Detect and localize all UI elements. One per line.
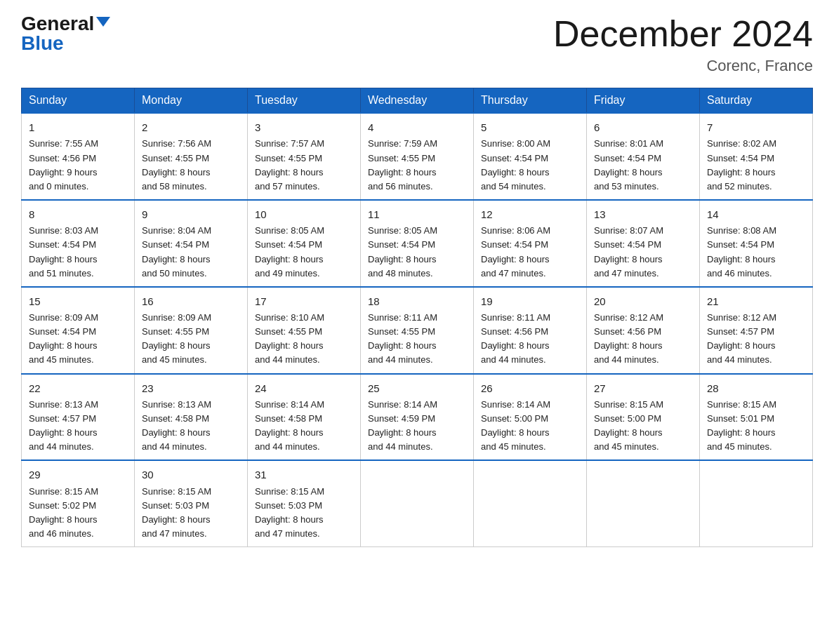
day-number: 22	[29, 380, 127, 396]
calendar-cell	[474, 460, 587, 546]
calendar-week-row: 15Sunrise: 8:09 AMSunset: 4:54 PMDayligh…	[22, 287, 813, 374]
day-number: 30	[142, 467, 240, 483]
calendar-cell	[700, 460, 813, 546]
day-number: 11	[368, 206, 466, 222]
calendar-cell: 14Sunrise: 8:08 AMSunset: 4:54 PMDayligh…	[700, 200, 813, 287]
calendar-cell: 17Sunrise: 8:10 AMSunset: 4:55 PMDayligh…	[248, 287, 361, 374]
day-number: 13	[594, 206, 692, 222]
location-label: Corenc, France	[553, 57, 813, 75]
day-number: 17	[255, 293, 353, 309]
calendar-cell: 9Sunrise: 8:04 AMSunset: 4:54 PMDaylight…	[135, 200, 248, 287]
day-number: 5	[481, 119, 579, 135]
day-number: 27	[594, 380, 692, 396]
day-number: 16	[142, 293, 240, 309]
calendar-cell: 22Sunrise: 8:13 AMSunset: 4:57 PMDayligh…	[22, 374, 135, 461]
weekday-header-tuesday: Tuesday	[248, 88, 361, 114]
calendar-cell: 31Sunrise: 8:15 AMSunset: 5:03 PMDayligh…	[248, 460, 361, 546]
calendar-cell: 6Sunrise: 8:01 AMSunset: 4:54 PMDaylight…	[587, 113, 700, 200]
calendar-cell: 10Sunrise: 8:05 AMSunset: 4:54 PMDayligh…	[248, 200, 361, 287]
calendar-cell: 16Sunrise: 8:09 AMSunset: 4:55 PMDayligh…	[135, 287, 248, 374]
logo: General Blue	[21, 14, 110, 53]
calendar-cell: 27Sunrise: 8:15 AMSunset: 5:00 PMDayligh…	[587, 374, 700, 461]
day-number: 19	[481, 293, 579, 309]
calendar-cell: 1Sunrise: 7:55 AMSunset: 4:56 PMDaylight…	[22, 113, 135, 200]
calendar-cell: 12Sunrise: 8:06 AMSunset: 4:54 PMDayligh…	[474, 200, 587, 287]
calendar-week-row: 29Sunrise: 8:15 AMSunset: 5:02 PMDayligh…	[22, 460, 813, 546]
calendar-cell: 3Sunrise: 7:57 AMSunset: 4:55 PMDaylight…	[248, 113, 361, 200]
day-number: 10	[255, 206, 353, 222]
day-number: 28	[707, 380, 805, 396]
calendar-cell: 18Sunrise: 8:11 AMSunset: 4:55 PMDayligh…	[361, 287, 474, 374]
day-number: 31	[255, 467, 353, 483]
day-number: 9	[142, 206, 240, 222]
day-number: 29	[29, 467, 127, 483]
calendar-cell: 30Sunrise: 8:15 AMSunset: 5:03 PMDayligh…	[135, 460, 248, 546]
day-number: 1	[29, 119, 127, 135]
day-number: 21	[707, 293, 805, 309]
weekday-header-sunday: Sunday	[22, 88, 135, 114]
page-header: General Blue December 2024 Corenc, Franc…	[21, 14, 813, 75]
logo-triangle-icon	[96, 17, 110, 27]
day-number: 6	[594, 119, 692, 135]
calendar-cell	[587, 460, 700, 546]
weekday-header-wednesday: Wednesday	[361, 88, 474, 114]
weekday-header-thursday: Thursday	[474, 88, 587, 114]
calendar-cell: 4Sunrise: 7:59 AMSunset: 4:55 PMDaylight…	[361, 113, 474, 200]
calendar-week-row: 1Sunrise: 7:55 AMSunset: 4:56 PMDaylight…	[22, 113, 813, 200]
day-number: 8	[29, 206, 127, 222]
calendar-cell: 29Sunrise: 8:15 AMSunset: 5:02 PMDayligh…	[22, 460, 135, 546]
weekday-header-saturday: Saturday	[700, 88, 813, 114]
day-number: 4	[368, 119, 466, 135]
title-block: December 2024 Corenc, France	[553, 14, 813, 75]
day-number: 20	[594, 293, 692, 309]
calendar-cell: 5Sunrise: 8:00 AMSunset: 4:54 PMDaylight…	[474, 113, 587, 200]
calendar-cell: 23Sunrise: 8:13 AMSunset: 4:58 PMDayligh…	[135, 374, 248, 461]
calendar-cell: 24Sunrise: 8:14 AMSunset: 4:58 PMDayligh…	[248, 374, 361, 461]
calendar-cell: 21Sunrise: 8:12 AMSunset: 4:57 PMDayligh…	[700, 287, 813, 374]
day-number: 25	[368, 380, 466, 396]
day-number: 14	[707, 206, 805, 222]
calendar-cell: 13Sunrise: 8:07 AMSunset: 4:54 PMDayligh…	[587, 200, 700, 287]
weekday-header-friday: Friday	[587, 88, 700, 114]
calendar-cell: 8Sunrise: 8:03 AMSunset: 4:54 PMDaylight…	[22, 200, 135, 287]
weekday-header-monday: Monday	[135, 88, 248, 114]
day-number: 26	[481, 380, 579, 396]
calendar-cell	[361, 460, 474, 546]
calendar-cell: 19Sunrise: 8:11 AMSunset: 4:56 PMDayligh…	[474, 287, 587, 374]
day-number: 3	[255, 119, 353, 135]
calendar-cell: 25Sunrise: 8:14 AMSunset: 4:59 PMDayligh…	[361, 374, 474, 461]
day-number: 24	[255, 380, 353, 396]
day-number: 2	[142, 119, 240, 135]
logo-blue-text: Blue	[21, 34, 64, 53]
calendar-cell: 15Sunrise: 8:09 AMSunset: 4:54 PMDayligh…	[22, 287, 135, 374]
logo-general-text: General	[21, 14, 94, 34]
day-number: 15	[29, 293, 127, 309]
calendar-cell: 11Sunrise: 8:05 AMSunset: 4:54 PMDayligh…	[361, 200, 474, 287]
calendar-cell: 28Sunrise: 8:15 AMSunset: 5:01 PMDayligh…	[700, 374, 813, 461]
day-number: 18	[368, 293, 466, 309]
day-number: 23	[142, 380, 240, 396]
calendar-cell: 20Sunrise: 8:12 AMSunset: 4:56 PMDayligh…	[587, 287, 700, 374]
month-title: December 2024	[553, 14, 813, 54]
day-number: 12	[481, 206, 579, 222]
calendar-cell: 26Sunrise: 8:14 AMSunset: 5:00 PMDayligh…	[474, 374, 587, 461]
calendar-table: SundayMondayTuesdayWednesdayThursdayFrid…	[21, 88, 813, 547]
calendar-week-row: 22Sunrise: 8:13 AMSunset: 4:57 PMDayligh…	[22, 374, 813, 461]
calendar-week-row: 8Sunrise: 8:03 AMSunset: 4:54 PMDaylight…	[22, 200, 813, 287]
calendar-cell: 7Sunrise: 8:02 AMSunset: 4:54 PMDaylight…	[700, 113, 813, 200]
weekday-header-row: SundayMondayTuesdayWednesdayThursdayFrid…	[22, 88, 813, 114]
calendar-cell: 2Sunrise: 7:56 AMSunset: 4:55 PMDaylight…	[135, 113, 248, 200]
day-number: 7	[707, 119, 805, 135]
